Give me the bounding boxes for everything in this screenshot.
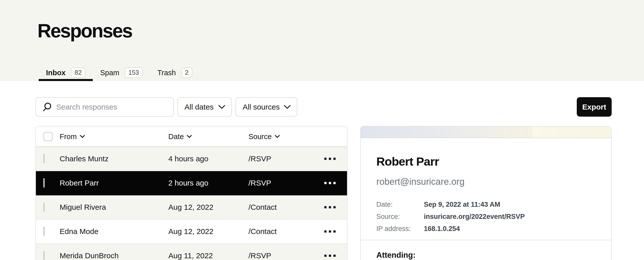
tab-trash[interactable]: Trash 2 — [150, 64, 200, 81]
meta-value: 168.1.0.254 — [424, 225, 525, 233]
row-checkbox[interactable] — [43, 251, 44, 260]
table-row[interactable]: Edna Mode Aug 12, 2022 /Contact — [36, 220, 347, 244]
row-date: 2 hours ago — [168, 179, 208, 187]
table-header-row: From Date Source — [36, 126, 347, 147]
tab-inbox[interactable]: Inbox 82 — [39, 64, 93, 81]
row-source: /RSVP — [248, 251, 271, 260]
row-checkbox[interactable] — [43, 202, 44, 212]
chevron-down-icon — [80, 135, 85, 138]
chevron-down-icon — [187, 135, 192, 138]
column-header-date[interactable]: Date — [168, 132, 192, 141]
respondent-email: robert@insuricare.org — [376, 176, 465, 187]
table-row-selected[interactable]: Robert Parr 2 hours ago /RSVP — [36, 171, 347, 195]
sources-filter-dropdown[interactable]: All sources — [236, 97, 297, 117]
row-date: 4 hours ago — [168, 154, 208, 163]
dates-filter-dropdown[interactable]: All dates — [177, 97, 232, 117]
search-placeholder: Search responses — [56, 103, 117, 111]
row-checkbox[interactable] — [43, 227, 44, 236]
divider — [361, 240, 611, 240]
attending-section-heading: Attending: — [376, 251, 416, 260]
column-header-date-label: Date — [168, 132, 184, 141]
row-menu-ellipsis-icon[interactable] — [324, 182, 336, 184]
tab-trash-label: Trash — [157, 69, 176, 77]
select-all-checkbox-cell — [43, 132, 53, 141]
column-header-from[interactable]: From — [60, 132, 85, 141]
meta-row-date: Date: Sep 9, 2022 at 11:43 AM — [376, 198, 525, 211]
chevron-down-icon — [284, 105, 291, 109]
tab-trash-count-badge: 2 — [181, 67, 192, 78]
meta-label: Date: — [376, 201, 424, 209]
row-menu-ellipsis-icon[interactable] — [324, 230, 336, 233]
meta-value: Sep 9, 2022 at 11:43 AM — [424, 201, 525, 209]
search-input[interactable]: Search responses — [35, 97, 174, 117]
response-detail-card: Robert Parr robert@insuricare.org Date: … — [360, 126, 612, 260]
dates-filter-value: All dates — [185, 103, 214, 111]
row-menu-ellipsis-icon[interactable] — [324, 255, 336, 257]
row-from: Miguel Rivera — [60, 203, 106, 212]
row-from: Merida DunBroch — [60, 251, 119, 260]
row-date: Aug 12, 2022 — [168, 203, 214, 212]
table-row[interactable]: Miguel Rivera Aug 12, 2022 /Contact — [36, 195, 347, 220]
export-button-label: Export — [582, 103, 606, 111]
row-from: Charles Muntz — [60, 154, 108, 163]
tab-spam[interactable]: Spam 153 — [93, 64, 150, 81]
responses-table: From Date Source Charles Muntz 4 — [35, 126, 348, 260]
search-icon — [42, 102, 52, 112]
meta-value: insuricare.org/2022event/RSVP — [424, 213, 525, 221]
meta-label: Source: — [376, 213, 424, 221]
row-from: Robert Parr — [60, 179, 99, 187]
sources-filter-value: All sources — [243, 103, 280, 111]
table-row[interactable]: Charles Muntz 4 hours ago /RSVP — [36, 147, 347, 171]
response-meta: Date: Sep 9, 2022 at 11:43 AM Source: in… — [376, 198, 525, 235]
chevron-down-icon — [218, 105, 225, 109]
tab-spam-count-badge: 153 — [125, 67, 143, 78]
tab-bar: Inbox 82 Spam 153 Trash 2 — [39, 64, 200, 81]
row-menu-ellipsis-icon[interactable] — [324, 206, 336, 209]
tab-inbox-count-badge: 82 — [71, 67, 85, 78]
table-row[interactable]: Merida DunBroch Aug 11, 2022 /RSVP — [36, 244, 347, 260]
toolbar: Search responses All dates All sources E… — [35, 97, 612, 117]
export-button[interactable]: Export — [577, 97, 612, 117]
column-header-source-label: Source — [248, 132, 272, 141]
row-source: /Contact — [248, 227, 277, 236]
column-header-source[interactable]: Source — [248, 132, 280, 141]
column-header-from-label: From — [60, 132, 77, 141]
chevron-down-icon — [275, 135, 280, 138]
row-checkbox[interactable] — [43, 178, 44, 188]
meta-label: IP address: — [376, 225, 424, 233]
tab-spam-label: Spam — [100, 69, 119, 77]
tab-inbox-label: Inbox — [46, 69, 65, 77]
row-source: /RSVP — [248, 179, 271, 187]
detail-gradient-strip — [361, 126, 611, 138]
meta-row-source: Source: insuricare.org/2022event/RSVP — [376, 211, 525, 223]
select-all-checkbox[interactable] — [43, 132, 53, 141]
meta-row-ip: IP address: 168.1.0.254 — [376, 223, 525, 235]
row-date: Aug 12, 2022 — [168, 227, 214, 236]
row-source: /Contact — [248, 203, 277, 212]
page-title: Responses — [37, 20, 132, 42]
respondent-name: Robert Parr — [376, 154, 439, 168]
row-source: /RSVP — [248, 154, 271, 163]
row-from: Edna Mode — [60, 227, 98, 236]
row-date: Aug 11, 2022 — [168, 251, 213, 260]
row-checkbox[interactable] — [43, 154, 44, 163]
row-menu-ellipsis-icon[interactable] — [324, 158, 336, 160]
